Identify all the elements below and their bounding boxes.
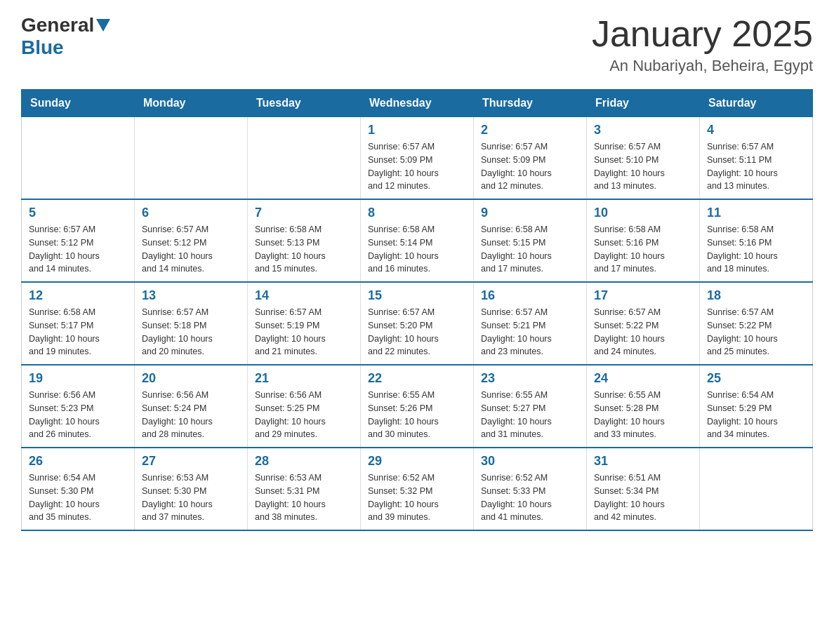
calendar-cell: 13Sunrise: 6:57 AMSunset: 5:18 PMDayligh…	[135, 282, 248, 365]
day-number: 30	[481, 454, 579, 469]
calendar-cell: 20Sunrise: 6:56 AMSunset: 5:24 PMDayligh…	[135, 365, 248, 448]
calendar-cell: 7Sunrise: 6:58 AMSunset: 5:13 PMDaylight…	[248, 199, 361, 282]
day-info: Sunrise: 6:57 AMSunset: 5:19 PMDaylight:…	[255, 306, 353, 358]
calendar-cell: 5Sunrise: 6:57 AMSunset: 5:12 PMDaylight…	[22, 199, 135, 282]
calendar-cell: 15Sunrise: 6:57 AMSunset: 5:20 PMDayligh…	[361, 282, 474, 365]
day-number: 22	[368, 371, 466, 386]
logo-general-text: General	[21, 14, 94, 36]
day-info: Sunrise: 6:51 AMSunset: 5:34 PMDaylight:…	[594, 471, 692, 524]
calendar-header-thursday: Thursday	[474, 90, 587, 117]
day-number: 31	[594, 454, 692, 469]
calendar-header-sunday: Sunday	[22, 90, 135, 117]
calendar-cell	[700, 448, 813, 530]
logo-triangle-icon	[96, 19, 110, 32]
calendar-week-row: 26Sunrise: 6:54 AMSunset: 5:30 PMDayligh…	[22, 448, 813, 530]
calendar-cell: 17Sunrise: 6:57 AMSunset: 5:22 PMDayligh…	[587, 282, 700, 365]
calendar-cell: 24Sunrise: 6:55 AMSunset: 5:28 PMDayligh…	[587, 365, 700, 448]
day-info: Sunrise: 6:57 AMSunset: 5:21 PMDaylight:…	[481, 306, 579, 358]
day-info: Sunrise: 6:53 AMSunset: 5:31 PMDaylight:…	[255, 471, 353, 524]
logo: General Blue	[21, 14, 112, 59]
day-number: 1	[368, 123, 466, 137]
day-info: Sunrise: 6:55 AMSunset: 5:28 PMDaylight:…	[594, 389, 692, 441]
month-title: January 2025	[592, 14, 813, 54]
day-number: 9	[481, 206, 579, 220]
day-number: 25	[707, 371, 805, 386]
day-info: Sunrise: 6:58 AMSunset: 5:17 PMDaylight:…	[29, 306, 127, 358]
calendar-cell: 22Sunrise: 6:55 AMSunset: 5:26 PMDayligh…	[361, 365, 474, 448]
page-header: General Blue January 2025 An Nubariyah, …	[21, 14, 813, 75]
day-info: Sunrise: 6:57 AMSunset: 5:09 PMDaylight:…	[481, 140, 579, 193]
calendar-cell: 6Sunrise: 6:57 AMSunset: 5:12 PMDaylight…	[135, 199, 248, 282]
day-info: Sunrise: 6:55 AMSunset: 5:26 PMDaylight:…	[368, 389, 466, 441]
day-info: Sunrise: 6:54 AMSunset: 5:29 PMDaylight:…	[707, 389, 805, 441]
calendar-cell: 26Sunrise: 6:54 AMSunset: 5:30 PMDayligh…	[22, 448, 135, 530]
calendar-cell: 16Sunrise: 6:57 AMSunset: 5:21 PMDayligh…	[474, 282, 587, 365]
day-number: 27	[142, 454, 240, 469]
day-number: 20	[142, 371, 240, 386]
calendar-header-saturday: Saturday	[700, 90, 813, 117]
day-number: 24	[594, 371, 692, 386]
calendar-cell: 4Sunrise: 6:57 AMSunset: 5:11 PMDaylight…	[700, 117, 813, 200]
day-number: 17	[594, 288, 692, 303]
day-number: 28	[255, 454, 353, 469]
day-info: Sunrise: 6:57 AMSunset: 5:22 PMDaylight:…	[594, 306, 692, 358]
day-number: 2	[481, 123, 579, 137]
day-number: 21	[255, 371, 353, 386]
title-section: January 2025 An Nubariyah, Beheira, Egyp…	[592, 14, 813, 75]
location-text: An Nubariyah, Beheira, Egypt	[592, 57, 813, 75]
calendar-cell: 14Sunrise: 6:57 AMSunset: 5:19 PMDayligh…	[248, 282, 361, 365]
calendar-cell: 3Sunrise: 6:57 AMSunset: 5:10 PMDaylight…	[587, 117, 700, 200]
calendar-cell	[248, 117, 361, 200]
day-info: Sunrise: 6:57 AMSunset: 5:20 PMDaylight:…	[368, 306, 466, 358]
day-info: Sunrise: 6:58 AMSunset: 5:13 PMDaylight:…	[255, 223, 353, 276]
day-info: Sunrise: 6:52 AMSunset: 5:32 PMDaylight:…	[368, 471, 466, 524]
calendar-cell	[22, 117, 135, 200]
calendar-table: SundayMondayTuesdayWednesdayThursdayFrid…	[21, 89, 813, 531]
calendar-cell: 25Sunrise: 6:54 AMSunset: 5:29 PMDayligh…	[700, 365, 813, 448]
calendar-week-row: 1Sunrise: 6:57 AMSunset: 5:09 PMDaylight…	[22, 117, 813, 200]
day-number: 4	[707, 123, 805, 137]
day-info: Sunrise: 6:58 AMSunset: 5:16 PMDaylight:…	[707, 223, 805, 276]
calendar-cell: 23Sunrise: 6:55 AMSunset: 5:27 PMDayligh…	[474, 365, 587, 448]
calendar-cell: 8Sunrise: 6:58 AMSunset: 5:14 PMDaylight…	[361, 199, 474, 282]
calendar-cell: 28Sunrise: 6:53 AMSunset: 5:31 PMDayligh…	[248, 448, 361, 530]
day-info: Sunrise: 6:57 AMSunset: 5:09 PMDaylight:…	[368, 140, 466, 193]
day-number: 3	[594, 123, 692, 137]
calendar-cell: 19Sunrise: 6:56 AMSunset: 5:23 PMDayligh…	[22, 365, 135, 448]
day-info: Sunrise: 6:57 AMSunset: 5:12 PMDaylight:…	[29, 223, 127, 276]
day-number: 19	[29, 371, 127, 386]
day-number: 14	[255, 288, 353, 303]
day-number: 15	[368, 288, 466, 303]
day-info: Sunrise: 6:52 AMSunset: 5:33 PMDaylight:…	[481, 471, 579, 524]
calendar-cell: 30Sunrise: 6:52 AMSunset: 5:33 PMDayligh…	[474, 448, 587, 530]
calendar-cell: 9Sunrise: 6:58 AMSunset: 5:15 PMDaylight…	[474, 199, 587, 282]
calendar-cell: 29Sunrise: 6:52 AMSunset: 5:32 PMDayligh…	[361, 448, 474, 530]
day-number: 8	[368, 206, 466, 220]
day-info: Sunrise: 6:56 AMSunset: 5:23 PMDaylight:…	[29, 389, 127, 441]
day-info: Sunrise: 6:56 AMSunset: 5:24 PMDaylight:…	[142, 389, 240, 441]
calendar-cell: 27Sunrise: 6:53 AMSunset: 5:30 PMDayligh…	[135, 448, 248, 530]
calendar-cell: 2Sunrise: 6:57 AMSunset: 5:09 PMDaylight…	[474, 117, 587, 200]
day-info: Sunrise: 6:57 AMSunset: 5:12 PMDaylight:…	[142, 223, 240, 276]
day-number: 10	[594, 206, 692, 220]
day-info: Sunrise: 6:56 AMSunset: 5:25 PMDaylight:…	[255, 389, 353, 441]
day-number: 13	[142, 288, 240, 303]
day-info: Sunrise: 6:54 AMSunset: 5:30 PMDaylight:…	[29, 471, 127, 524]
day-number: 23	[481, 371, 579, 386]
day-info: Sunrise: 6:57 AMSunset: 5:10 PMDaylight:…	[594, 140, 692, 193]
calendar-week-row: 5Sunrise: 6:57 AMSunset: 5:12 PMDaylight…	[22, 199, 813, 282]
day-number: 11	[707, 206, 805, 220]
calendar-header-monday: Monday	[135, 90, 248, 117]
calendar-week-row: 19Sunrise: 6:56 AMSunset: 5:23 PMDayligh…	[22, 365, 813, 448]
day-number: 26	[29, 454, 127, 469]
day-number: 12	[29, 288, 127, 303]
calendar-week-row: 12Sunrise: 6:58 AMSunset: 5:17 PMDayligh…	[22, 282, 813, 365]
day-number: 29	[368, 454, 466, 469]
calendar-cell: 10Sunrise: 6:58 AMSunset: 5:16 PMDayligh…	[587, 199, 700, 282]
calendar-header-row: SundayMondayTuesdayWednesdayThursdayFrid…	[22, 90, 813, 117]
day-info: Sunrise: 6:57 AMSunset: 5:22 PMDaylight:…	[707, 306, 805, 358]
day-number: 16	[481, 288, 579, 303]
day-number: 7	[255, 206, 353, 220]
calendar-header-wednesday: Wednesday	[361, 90, 474, 117]
calendar-cell: 1Sunrise: 6:57 AMSunset: 5:09 PMDaylight…	[361, 117, 474, 200]
